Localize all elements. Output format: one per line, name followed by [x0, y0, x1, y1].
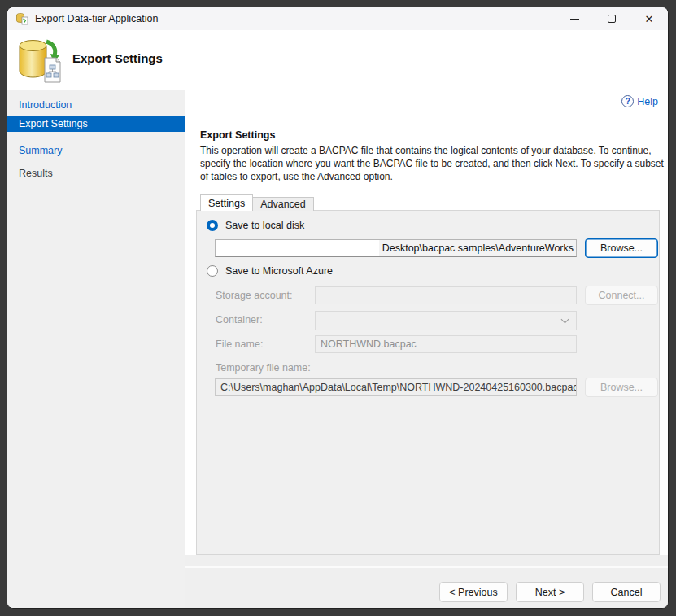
section-description: This operation will create a BACPAC file… [200, 144, 669, 183]
local-path-value: Desktop\bacpac samples\AdventureWorks [379, 240, 576, 256]
minimize-icon [570, 19, 579, 20]
radio-off-icon [207, 265, 218, 277]
sidebar-item-label: Introduction [19, 99, 72, 111]
previous-button[interactable]: < Previous [439, 582, 508, 602]
storage-account-label: Storage account: [216, 290, 293, 301]
sidebar-item-introduction[interactable]: Introduction [7, 97, 185, 113]
connect-label: Connect... [599, 290, 645, 301]
sidebar-item-label: Summary [19, 145, 62, 156]
file-name-value: NORTHWND.bacpac [321, 339, 417, 350]
previous-label: < Previous [449, 587, 497, 598]
next-label: Next > [535, 587, 565, 598]
main-pane: ? Help Export Settings This operation wi… [185, 90, 669, 555]
maximize-icon [608, 15, 616, 23]
radio-save-azure[interactable]: Save to Microsoft Azure [207, 265, 333, 277]
help-label: Help [637, 96, 658, 107]
tab-advanced[interactable]: Advanced [253, 197, 314, 211]
help-link[interactable]: ? Help [621, 95, 658, 107]
temp-file-label: Temporary file name: [216, 362, 311, 374]
temp-browse-label: Browse... [600, 382, 643, 393]
container-label: Container: [216, 314, 263, 325]
browse-label: Browse... [600, 242, 643, 254]
browse-local-button[interactable]: Browse... [585, 238, 658, 258]
local-path-input[interactable]: Desktop\bacpac samples\AdventureWorks [215, 239, 577, 257]
wizard-header: Export Settings [7, 30, 668, 90]
file-name-input: NORTHWND.bacpac [315, 335, 577, 353]
radio-label: Save to local disk [225, 220, 304, 231]
close-button[interactable]: ✕ [630, 7, 668, 30]
caption-controls: ✕ [556, 7, 668, 30]
chevron-down-icon [561, 315, 569, 323]
container-select [315, 311, 577, 330]
radio-on-icon [207, 220, 218, 231]
titlebar: Export Data-tier Application ✕ [7, 7, 668, 30]
connect-button: Connect... [585, 286, 658, 305]
footer-divider [185, 566, 669, 568]
settings-tab-panel: Save to local disk Desktop\bacpac sample… [196, 210, 660, 555]
maximize-button[interactable] [593, 7, 630, 30]
sidebar: Introduction Export Settings Summary Res… [7, 90, 185, 609]
tab-label: Settings [208, 198, 245, 209]
temp-file-value: C:\Users\maghan\AppData\Local\Temp\NORTH… [220, 382, 577, 393]
radio-save-local-disk[interactable]: Save to local disk [207, 220, 304, 231]
close-icon: ✕ [645, 14, 654, 24]
window-title: Export Data-tier Application [35, 13, 158, 24]
next-button[interactable]: Next > [516, 582, 584, 602]
tab-strip: Settings Advanced [200, 194, 314, 211]
sidebar-item-summary[interactable]: Summary [7, 142, 185, 159]
temp-file-input: C:\Users\maghan\AppData\Local\Temp\NORTH… [215, 378, 577, 396]
sidebar-item-export-settings[interactable]: Export Settings [7, 116, 185, 132]
tab-label: Advanced [260, 199, 306, 210]
footer-buttons: < Previous Next > Cancel [439, 582, 661, 602]
temp-browse-button: Browse... [585, 378, 658, 397]
sidebar-item-results[interactable]: Results [7, 165, 185, 181]
sidebar-item-label: Export Settings [19, 118, 88, 129]
cancel-button[interactable]: Cancel [592, 582, 661, 602]
help-icon: ? [621, 95, 634, 107]
cancel-label: Cancel [611, 587, 643, 598]
storage-account-input [315, 286, 577, 304]
wizard-window: Export Data-tier Application ✕ [7, 7, 669, 609]
sidebar-item-label: Results [19, 168, 53, 179]
radio-label: Save to Microsoft Azure [225, 265, 333, 277]
minimize-button[interactable] [556, 7, 593, 30]
tab-settings[interactable]: Settings [200, 194, 253, 211]
database-export-app-icon [15, 12, 28, 25]
page-title: Export Settings [72, 51, 163, 65]
section-heading: Export Settings [200, 129, 275, 141]
file-name-label: File name: [216, 339, 263, 350]
footer-bar: < Previous Next > Cancel [185, 555, 669, 609]
export-database-icon [15, 38, 66, 84]
